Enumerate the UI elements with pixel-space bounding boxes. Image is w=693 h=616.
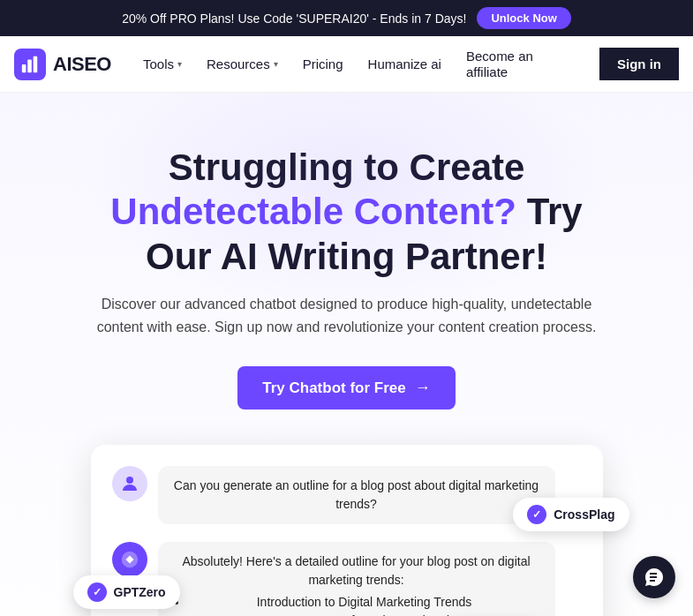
- logo-text: AISEO: [53, 53, 111, 76]
- nav-resources[interactable]: Resources ▾: [196, 49, 289, 79]
- logo-icon: [14, 49, 46, 80]
- hero-heading-highlight: Undetectable Content?: [110, 191, 516, 232]
- svg-rect-1: [27, 59, 32, 72]
- crossplag-check-icon: ✓: [527, 505, 546, 524]
- hero-subtitle: Discover our advanced chatbot designed t…: [91, 293, 603, 338]
- unlock-button[interactable]: Unlock Now: [477, 7, 570, 29]
- nav-right: Sign in: [599, 48, 679, 80]
- svg-point-3: [126, 477, 133, 484]
- ai-message: Absolutely! Here's a detailed outline fo…: [112, 542, 582, 616]
- user-message-text: Can you generate an outline for a blog p…: [174, 478, 539, 511]
- announcement-text: 20% Off PRO Plans! Use Code 'SUPERAI20' …: [122, 11, 466, 26]
- crossplag-label: CrossPlag: [554, 507, 614, 522]
- navbar: AISEO Tools ▾ Resources ▾ Pricing Humani…: [0, 36, 693, 93]
- nav-become-affiliate[interactable]: Become an affiliate: [456, 41, 544, 87]
- ai-message-prefix: Absolutely! Here's a detailed outline fo…: [182, 554, 530, 587]
- announcement-bar: 20% Off PRO Plans! Use Code 'SUPERAI20' …: [0, 0, 693, 36]
- ai-list-item-2: Importance of Staying Updated: [188, 612, 541, 616]
- chat-support-button[interactable]: [633, 556, 675, 598]
- cta-button[interactable]: Try Chatbot for Free →: [237, 366, 455, 409]
- resources-chevron-icon: ▾: [274, 59, 278, 69]
- nav-links: Tools ▾ Resources ▾ Pricing Humanize ai …: [132, 41, 599, 87]
- tools-chevron-icon: ▾: [177, 59, 182, 69]
- ai-bubble: Absolutely! Here's a detailed outline fo…: [158, 542, 555, 616]
- signin-button[interactable]: Sign in: [599, 48, 679, 80]
- ai-avatar: [112, 542, 147, 577]
- ai-list-item-1: Introduction to Digital Marketing Trends: [188, 593, 541, 612]
- cta-arrow-icon: →: [415, 379, 431, 397]
- gptzero-badge: ✓ GPTZero: [73, 575, 180, 609]
- logo-link[interactable]: AISEO: [14, 49, 111, 80]
- nav-tools[interactable]: Tools ▾: [132, 49, 192, 79]
- crossplag-badge: ✓ CrossPlag: [513, 498, 629, 531]
- nav-humanize[interactable]: Humanize ai: [358, 49, 452, 79]
- user-bubble: Can you generate an outline for a blog p…: [158, 466, 555, 524]
- svg-rect-2: [34, 56, 38, 71]
- hero-heading: Struggling to Create Undetectable Conten…: [73, 146, 621, 279]
- hero-heading-plain: Struggling to Create: [169, 146, 525, 188]
- user-avatar: [112, 466, 147, 501]
- gptzero-label: GPTZero: [114, 585, 166, 599]
- nav-pricing[interactable]: Pricing: [292, 49, 354, 79]
- user-message: Can you generate an outline for a blog p…: [112, 466, 582, 524]
- hero-section: Struggling to Create Undetectable Conten…: [0, 93, 693, 616]
- cta-label: Try Chatbot for Free: [262, 379, 405, 397]
- svg-rect-0: [22, 64, 26, 72]
- chat-preview-container: ✓ GPTZero ✓ CrossPlag Can you generate a…: [91, 445, 603, 616]
- gptzero-check-icon: ✓: [87, 582, 107, 602]
